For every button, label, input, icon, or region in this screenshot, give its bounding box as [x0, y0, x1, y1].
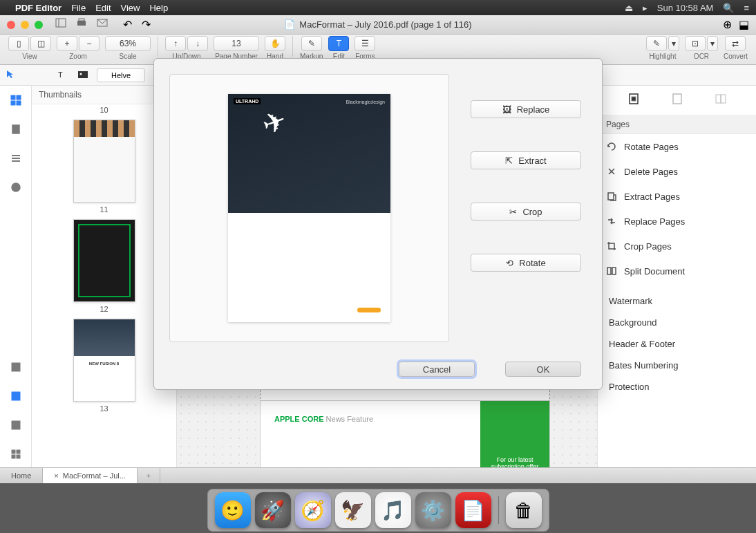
extract-pages-item[interactable]: Extract Pages [598, 184, 756, 209]
display-icon[interactable]: ⏏ [625, 3, 633, 13]
menu-edit[interactable]: Edit [95, 3, 111, 13]
zoom-in-button[interactable]: + [57, 36, 77, 51]
dialog-preview: ULTRAHD Blackmagicdesign ✈ [169, 74, 449, 342]
markup-button[interactable]: ✎ [301, 36, 322, 51]
window-title: MacFormat – July 2016.pdf (page 1 of 116… [299, 19, 471, 30]
dock-safari-icon[interactable]: 🧭 [295, 492, 331, 528]
highlight-dropdown[interactable]: ▾ [668, 36, 679, 51]
svg-point-7 [80, 73, 82, 75]
hand-tool-button[interactable]: ✋ [265, 36, 285, 51]
menu-file[interactable]: File [71, 3, 86, 13]
extract-button[interactable]: ⇱Extract [471, 151, 581, 169]
spotlight-icon[interactable]: 🔍 [723, 3, 734, 13]
layout-4-icon[interactable] [10, 448, 22, 460]
rotate-pages-item[interactable]: Rotate Pages [598, 134, 756, 159]
properties-icon[interactable]: ⬓ [739, 18, 749, 31]
pages-tab-icon[interactable] [627, 93, 640, 108]
text-edit-icon[interactable]: T [58, 69, 69, 82]
svg-rect-25 [12, 455, 15, 458]
rotate-button[interactable]: ⟲Rotate [471, 254, 581, 272]
forms-group: ☰ Forms [355, 36, 375, 60]
close-tab-icon[interactable]: × [54, 471, 58, 480]
info-icon[interactable]: i [10, 181, 22, 194]
zoom-value-field[interactable]: 63% [105, 36, 151, 51]
edit-button[interactable]: T [328, 36, 349, 51]
crop-pages-item[interactable]: Crop Pages [598, 234, 756, 259]
page-down-button[interactable]: ↓ [187, 36, 208, 51]
svg-text:T: T [58, 71, 63, 79]
menu-help[interactable]: Help [149, 3, 168, 13]
replace-pages-item[interactable]: Replace Pages [598, 209, 756, 234]
dock-mail-icon[interactable]: 🦅 [335, 492, 371, 528]
highlight-button[interactable]: ✎ [646, 36, 667, 51]
svg-rect-2 [77, 21, 86, 26]
dock: 🙂 🚀 🧭 🦅 🎵 ⚙️ 📄 🗑 [207, 489, 549, 532]
svg-point-16 [12, 183, 20, 191]
view-single-button[interactable]: ▯ [8, 36, 29, 51]
background-item[interactable]: Background [598, 312, 756, 333]
svg-rect-12 [12, 125, 19, 133]
view-double-button[interactable]: ◫ [30, 36, 51, 51]
left-rail: i [0, 86, 32, 467]
menu-view[interactable]: View [121, 3, 140, 13]
zoom-window-button[interactable] [35, 21, 43, 29]
layout-1-icon[interactable] [10, 361, 22, 373]
layout-2-icon[interactable] [10, 390, 22, 402]
image-edit-icon[interactable] [77, 69, 88, 82]
ocr-dropdown[interactable]: ▾ [707, 36, 718, 51]
page-number-field[interactable]: 13 [214, 36, 259, 51]
dock-pdfeditor-icon[interactable]: 📄 [455, 492, 491, 528]
share-icon[interactable]: ⊕ [723, 18, 732, 31]
compare-tab-icon[interactable] [715, 93, 727, 108]
clock[interactable]: Sun 10:58 AM [657, 3, 714, 13]
mail-icon[interactable] [97, 18, 108, 31]
header-footer-item[interactable]: Header & Footer [598, 333, 756, 355]
sidebar-toggle-icon[interactable] [55, 18, 66, 31]
undo-icon[interactable]: ↶ [123, 18, 132, 31]
thumbnails-view-icon[interactable] [10, 94, 22, 106]
bates-numbering-item[interactable]: Bates Numbering [598, 355, 756, 376]
protection-item[interactable]: Protection [598, 376, 756, 398]
svg-rect-6 [78, 71, 88, 78]
ultrahd-badge: ULTRAHD [234, 98, 261, 104]
tab-home[interactable]: Home [0, 468, 43, 483]
dock-finder-icon[interactable]: 🙂 [215, 492, 251, 528]
outline-icon[interactable] [10, 152, 22, 165]
replace-button[interactable]: 🖼Replace [471, 100, 581, 118]
dock-preferences-icon[interactable]: ⚙️ [415, 492, 451, 528]
bookmarks-icon[interactable] [10, 123, 22, 135]
minimize-window-button[interactable] [21, 21, 29, 29]
convert-button[interactable]: ⇄ [725, 36, 746, 51]
close-window-button[interactable] [7, 21, 15, 29]
cursor-tool-icon[interactable] [6, 69, 15, 82]
ocr-group: ⊡ ▾ OCR [685, 36, 718, 60]
system-menubar: PDF Editor File Edit View Help ⏏ ▸ Sun 1… [0, 0, 756, 15]
delete-pages-item[interactable]: Delete Pages [598, 159, 756, 184]
page-pill [357, 308, 381, 312]
svg-rect-29 [673, 94, 681, 104]
app-name[interactable]: PDF Editor [15, 3, 62, 13]
page-up-button[interactable]: ↑ [165, 36, 186, 51]
tab-document[interactable]: ×MacFormat – Jul... [43, 468, 138, 483]
crop-button[interactable]: ✂Crop [471, 203, 581, 221]
notification-center-icon[interactable]: ≡ [744, 3, 749, 13]
dock-launchpad-icon[interactable]: 🚀 [255, 492, 291, 528]
split-document-item[interactable]: Split Document [598, 259, 756, 283]
airplay-icon[interactable]: ▸ [643, 3, 648, 13]
cancel-button[interactable]: Cancel [399, 362, 475, 377]
dock-itunes-icon[interactable]: 🎵 [375, 492, 411, 528]
hand-group: ✋ Hand [265, 36, 285, 60]
new-tab-button[interactable]: + [138, 468, 160, 483]
print-icon[interactable] [76, 18, 87, 31]
ok-button[interactable]: OK [505, 362, 581, 377]
layout-3-icon[interactable] [10, 419, 22, 431]
zoom-out-button[interactable]: − [79, 36, 100, 51]
dock-trash-icon[interactable]: 🗑 [506, 492, 542, 528]
content-tab-icon[interactable] [671, 93, 683, 108]
redo-icon[interactable]: ↷ [142, 18, 151, 31]
forms-button[interactable]: ☰ [355, 36, 375, 51]
watermark-item[interactable]: Watermark [598, 290, 756, 312]
font-select[interactable]: Helve [97, 68, 145, 82]
svg-rect-34 [612, 268, 616, 274]
ocr-button[interactable]: ⊡ [685, 36, 706, 51]
